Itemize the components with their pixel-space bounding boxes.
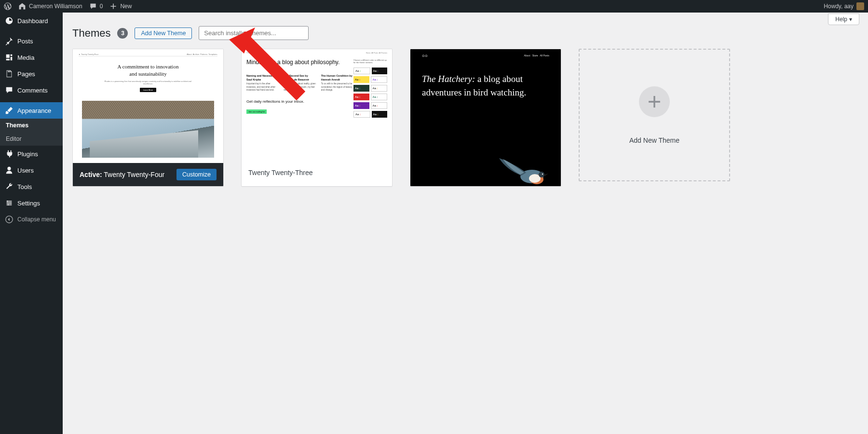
menu-label: Pages <box>17 70 35 78</box>
plus-icon <box>109 2 117 10</box>
collapse-menu[interactable]: Collapse menu <box>0 211 63 228</box>
theme-card[interactable]: ⊙⊙About Store All Posts The Hatchery: a … <box>410 49 561 187</box>
theme-screenshot: ● Twenty Twenty-FourAbout Archive Patter… <box>73 49 223 163</box>
menu-comments[interactable]: Comments <box>0 82 63 98</box>
menu-dashboard[interactable]: Dashboard <box>0 13 63 29</box>
menu-plugins[interactable]: Plugins <box>0 146 63 162</box>
collapse-icon <box>5 215 14 224</box>
plus-circle-icon <box>639 86 670 117</box>
submenu-editor[interactable]: Editor <box>0 132 63 146</box>
comments-link[interactable]: 0 <box>89 2 103 10</box>
chevron-down-icon: ▾ <box>849 16 852 23</box>
appearance-submenu: Themes Editor <box>0 119 63 146</box>
theme-card[interactable]: TT3Home All Posts All Themes Mindblown: … <box>241 49 393 187</box>
help-tab[interactable]: Help ▾ <box>828 14 859 25</box>
menu-users[interactable]: Users <box>0 162 63 178</box>
site-name: Cameron Williamson <box>29 3 82 10</box>
add-card-label: Add New Theme <box>629 136 679 144</box>
pin-icon <box>5 37 14 45</box>
page-header: Themes 3 Add New Theme <box>72 26 858 40</box>
theme-footer: Twenty Twenty-Two <box>410 186 561 187</box>
main-content: Help ▾ Themes 3 Add New Theme ● Twenty T… <box>63 13 868 434</box>
menu-tools[interactable]: Tools <box>0 178 63 195</box>
wordpress-icon <box>4 2 12 10</box>
menu-label: Comments <box>17 87 48 94</box>
media-icon <box>5 53 14 62</box>
submenu-themes[interactable]: Themes <box>0 119 63 132</box>
theme-name: Twenty Twenty-Three <box>248 169 313 176</box>
active-prefix: Active: <box>80 171 102 178</box>
menu-posts[interactable]: Posts <box>0 33 63 49</box>
wp-logo[interactable] <box>4 2 12 10</box>
svg-point-2 <box>8 204 9 205</box>
menu-label: Media <box>17 54 34 61</box>
dashboard-icon <box>5 16 14 25</box>
wrench-icon <box>5 182 14 191</box>
site-link[interactable]: Cameron Williamson <box>18 2 82 10</box>
new-link[interactable]: New <box>109 2 132 10</box>
menu-label: Dashboard <box>17 17 48 25</box>
search-themes-input[interactable] <box>199 26 309 40</box>
theme-footer: Active: Twenty Twenty-Four Customize <box>73 163 223 186</box>
theme-name: Twenty Twenty-Four <box>104 171 164 178</box>
menu-appearance[interactable]: Appearance <box>0 102 63 119</box>
comments-count: 0 <box>100 3 103 10</box>
menu-label: Appearance <box>17 107 51 114</box>
menu-media[interactable]: Media <box>0 49 63 66</box>
menu-label: Tools <box>17 183 32 190</box>
menu-settings[interactable]: Settings <box>0 195 63 211</box>
home-icon <box>18 2 26 10</box>
avatar <box>856 2 864 10</box>
menu-label: Plugins <box>17 150 38 158</box>
help-label: Help <box>835 16 847 23</box>
page-title: Themes <box>72 27 110 40</box>
menu-label: Users <box>17 167 34 174</box>
theme-footer: Twenty Twenty-Three <box>242 163 392 182</box>
svg-point-7 <box>539 172 544 177</box>
svg-point-8 <box>542 174 543 175</box>
menu-label: Posts <box>17 38 33 45</box>
add-new-theme-card[interactable]: Add New Theme <box>579 49 730 181</box>
svg-point-0 <box>7 201 8 202</box>
themes-grid: ● Twenty Twenty-FourAbout Archive Patter… <box>72 49 858 187</box>
svg-point-1 <box>10 203 12 204</box>
page-icon <box>5 69 14 78</box>
brush-icon <box>5 106 14 115</box>
customize-button[interactable]: Customize <box>176 169 217 180</box>
collapse-label: Collapse menu <box>17 216 56 223</box>
comment-bubble-icon <box>89 2 97 10</box>
settings-icon <box>5 199 14 207</box>
admin-sidebar: Dashboard Posts Media Pages Comments App… <box>0 13 63 434</box>
theme-screenshot: TT3Home All Posts All Themes Mindblown: … <box>242 49 392 163</box>
theme-screenshot: ⊙⊙About Store All Posts The Hatchery: a … <box>410 49 561 186</box>
menu-pages[interactable]: Pages <box>0 66 63 82</box>
new-label: New <box>120 3 132 10</box>
howdy-text: Howdy, aay <box>824 3 854 10</box>
account-link[interactable]: Howdy, aay <box>824 2 864 10</box>
user-icon <box>5 166 14 175</box>
theme-card-active[interactable]: ● Twenty Twenty-FourAbout Archive Patter… <box>72 49 224 187</box>
admin-topbar: Cameron Williamson 0 New Howdy, aay <box>0 0 868 13</box>
plug-icon <box>5 149 14 158</box>
themes-count-badge: 3 <box>117 28 128 39</box>
bird-illustration <box>497 156 550 185</box>
menu-label: Settings <box>17 200 40 207</box>
comment-icon <box>5 86 14 95</box>
add-new-theme-button[interactable]: Add New Theme <box>135 27 192 39</box>
